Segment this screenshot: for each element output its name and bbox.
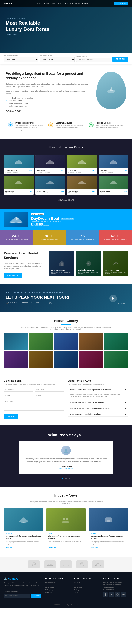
boat-info: Country Sunny $110 7 Persons • Fiberglas… <box>35 189 65 195</box>
service-card-watersports: Water Sports Boat Pellentesque habitant … <box>103 251 128 276</box>
footer-link[interactable]: Our Team <box>74 584 99 586</box>
footer-link[interactable]: Contact <box>74 591 99 594</box>
gallery-item[interactable] <box>104 351 128 368</box>
boat-meta: 7 Persons • Fiberglass <box>37 192 64 194</box>
footer-link[interactable]: Gallery <box>74 589 99 591</box>
boat-name: Lazard Time <box>5 190 14 192</box>
search-button[interactable]: SEARCH <box>112 57 128 62</box>
boat-info: Fast Granville $130 5 Persons • Fibergla… <box>67 189 97 195</box>
testimonial-dot-2[interactable] <box>65 478 67 479</box>
footer-link[interactable]: Private Charter <box>45 581 70 584</box>
nav-contact[interactable]: Contact <box>82 2 90 4</box>
marina-select[interactable]: Select marina <box>40 57 75 62</box>
svg-rect-1 <box>111 87 111 92</box>
read-more-link[interactable]: Read More <box>48 546 84 548</box>
nav-home[interactable]: Home <box>37 2 42 4</box>
boat-type-select[interactable]: Select type <box>4 57 38 62</box>
charter-cta-section: We've Exclusive Boats With Charter Offer… <box>0 284 132 312</box>
boat-image <box>4 176 34 189</box>
about-list-item: Seamlessly Live Fully Text Below <box>6 97 91 100</box>
charter-phone: 📞 Call Us Today: +1 713 893 9140 <box>6 302 32 304</box>
nav-about[interactable]: About <box>44 2 50 4</box>
view-all-boats-button[interactable]: VIEW ALL BOATS <box>54 198 78 202</box>
gallery-item[interactable] <box>79 351 103 368</box>
boat-price: $100 <box>124 190 127 192</box>
nav-news[interactable]: News <box>75 2 80 4</box>
message-textarea[interactable] <box>4 399 64 410</box>
svg-point-25 <box>80 562 84 566</box>
testimonial-avatar <box>61 446 71 455</box>
facebook-icon[interactable] <box>103 592 108 597</box>
avatar-icon <box>63 448 69 453</box>
news-subtitle: Sed ut perspiciatis unde omnis iste natu… <box>28 501 104 504</box>
learn-more-button[interactable]: LEARN MORE <box>4 273 22 278</box>
about-image <box>96 72 126 109</box>
boat-meta: 5 Persons • Fiberglass <box>68 192 96 194</box>
partner-3-icon: LOG <box>62 562 70 566</box>
boat-price: $110 <box>61 190 64 192</box>
phone-input[interactable] <box>35 393 64 398</box>
nav-our-boats[interactable]: Our Boats <box>63 2 73 4</box>
gallery-item[interactable] <box>54 333 78 350</box>
nav-services[interactable]: Services <box>52 2 61 4</box>
gallery-item[interactable] <box>104 333 128 350</box>
email-input[interactable] <box>4 393 33 398</box>
newsletter-subscribe-button[interactable]: Subscribe <box>31 594 41 598</box>
footer-link[interactable]: About Us <box>74 581 99 584</box>
testimonial-dot-1[interactable] <box>62 478 63 479</box>
testimonial-section: What People Says... Sed ut perspiciatis … <box>0 425 132 487</box>
youtube-icon[interactable] <box>121 592 126 597</box>
about-list-item: Our Professional Approach <box>6 102 91 105</box>
hero-cta-link[interactable]: Explore More <box>6 34 51 36</box>
svg-rect-27 <box>117 594 119 596</box>
faq-item: What documents do I need to rent a boat?… <box>68 400 128 405</box>
boat-icon <box>77 180 87 185</box>
submit-button[interactable]: SUBMIT <box>4 414 18 419</box>
book-now-button[interactable]: BOOK NOW <box>114 2 128 5</box>
testimonial-author: Donald James <box>23 466 109 468</box>
news-category: Staff <box>48 533 84 534</box>
firstname-input[interactable] <box>4 387 33 392</box>
boat-info: Counter Sunny $100 6 Persons • Aluminum <box>99 189 129 195</box>
faq-question[interactable]: What documents do I need to rent a boat?… <box>68 400 128 405</box>
faq-question[interactable]: How do I rent a boat without previous ex… <box>68 387 128 392</box>
footer-col-title: About Nevica <box>74 577 99 580</box>
footer-link[interactable]: Testimonials <box>74 586 99 589</box>
boat-overlay <box>35 176 65 189</box>
footer-link[interactable]: Fishing Trips <box>45 589 70 591</box>
read-more-link[interactable]: Read More <box>91 546 126 548</box>
read-more-link[interactable]: Read More <box>6 546 41 548</box>
star-boat-email: support@gmx.domain.com <box>31 225 74 227</box>
gallery-item[interactable] <box>29 351 53 368</box>
gallery-item[interactable] <box>54 351 78 368</box>
price-input[interactable] <box>76 58 111 62</box>
footer-link[interactable]: Island Tours <box>45 591 70 594</box>
twitter-icon[interactable] <box>109 592 114 597</box>
gallery-item[interactable] <box>79 333 103 350</box>
lastname-input[interactable] <box>35 387 64 392</box>
footer-phone-1: +1 713 893 9140 <box>103 586 128 588</box>
footer-link[interactable]: Corporate Events <box>45 584 70 586</box>
news-body: Industry Corporate yacht for smooth runn… <box>4 531 43 550</box>
gallery-divider <box>61 324 71 325</box>
gallery-item[interactable] <box>4 351 28 368</box>
hero-section: Find Your Boat Most RealiableLuxury Boat… <box>0 0 132 53</box>
boat-overlay <box>35 155 65 168</box>
faq-question[interactable]: Can the captain take me to a specific de… <box>68 406 128 410</box>
testimonial-text: Sed ut perspiciatis unde omnis iste natu… <box>23 458 109 463</box>
news-card-1: Industry Corporate yacht for smooth runn… <box>4 508 43 550</box>
footer-link[interactable]: Water Sports <box>45 586 70 589</box>
gallery-item[interactable] <box>29 333 53 350</box>
testimonial-dot-3[interactable] <box>69 478 70 479</box>
instagram-icon[interactable] <box>115 592 120 597</box>
newsletter-email-input[interactable] <box>4 594 30 598</box>
gallery-item[interactable] <box>4 333 28 350</box>
charter-info: 📞 Call Us Today: +1 713 893 9140 ✉ Email… <box>6 302 126 304</box>
feature-text: Peoples Oriented Sed ut perspiciatis und… <box>96 122 125 131</box>
news-divider <box>61 499 71 499</box>
boat-icon <box>14 159 23 164</box>
faq-question[interactable]: What happens if there is bad weather? ▸ <box>68 412 128 416</box>
news-body: Comfort Don't worry about comfort and co… <box>89 531 128 550</box>
hero-content: Find Your Boat Most RealiableLuxury Boat… <box>6 17 51 36</box>
news-card-3: Comfort Don't worry about comfort and co… <box>89 508 128 550</box>
